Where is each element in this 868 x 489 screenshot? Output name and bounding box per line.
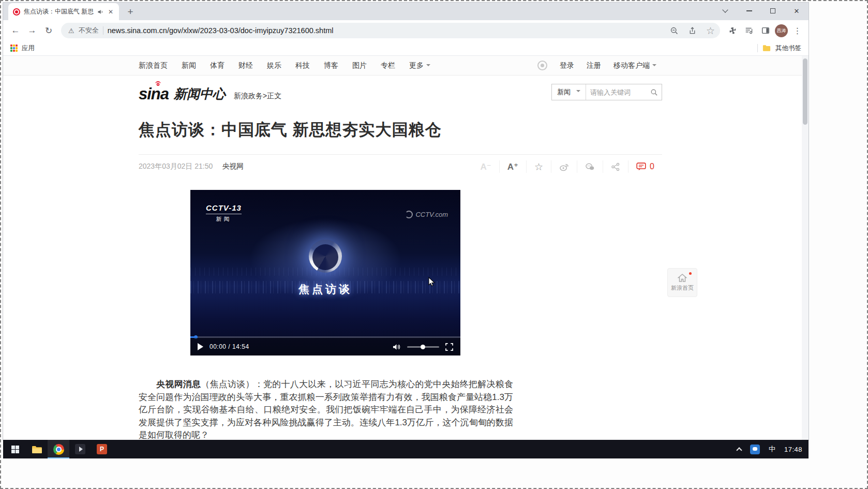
weibo-share-icon[interactable]: [551, 160, 577, 173]
toolbar-extensions-area: 昌涛 ⋮: [725, 24, 804, 38]
address-bar[interactable]: ⚠ 不安全 news.sina.com.cn/gov/xlxw/2023-03-…: [61, 23, 720, 38]
article-meta: 2023年03月02日 21:50 央视网 A⁻ A⁺ ☆: [139, 155, 662, 179]
volume-icon[interactable]: [392, 343, 401, 351]
chevron-down-icon: [426, 64, 430, 68]
menu-kebab-icon[interactable]: ⋮: [790, 24, 804, 38]
media-playlist-icon[interactable]: [742, 24, 756, 38]
comment-button[interactable]: 0: [628, 160, 662, 173]
cctv-watermark: CCTV.com: [405, 211, 448, 218]
other-bookmarks-label[interactable]: 其他书签: [775, 44, 801, 53]
apps-label[interactable]: 应用: [22, 44, 35, 53]
explorer-folder-icon: [32, 445, 42, 454]
window-controls: ✕: [713, 3, 809, 19]
cctv-orb-icon: [405, 211, 413, 218]
tab-search-chevron-icon[interactable]: [713, 3, 737, 19]
nav-item-column[interactable]: 专栏: [381, 61, 395, 70]
nav-item-finance[interactable]: 财经: [238, 61, 253, 70]
search-input[interactable]: [586, 88, 646, 96]
chevron-down-icon: [652, 64, 656, 68]
share-article-icon[interactable]: [603, 160, 628, 173]
sina-favicon-icon: [13, 8, 20, 16]
article-paragraph: 央视网消息（焦点访谈）：党的十八大以来，以习近平同志为核心的党中央始终把解决粮食…: [139, 378, 513, 440]
section-title[interactable]: 新闻中心: [174, 82, 226, 102]
source-link[interactable]: 央视网: [222, 162, 244, 171]
favorite-star-icon[interactable]: ☆: [527, 160, 551, 173]
breadcrumb[interactable]: 新浪政务>正文: [234, 83, 281, 101]
powerpoint-button[interactable]: P: [91, 440, 113, 458]
nav-item-home[interactable]: 新浪首页: [139, 61, 168, 70]
font-increase-button[interactable]: A⁺: [500, 160, 527, 173]
play-button[interactable]: [198, 343, 203, 350]
video-time: 00:00 / 14:54: [209, 343, 249, 350]
forward-icon[interactable]: →: [25, 23, 39, 38]
masthead: sina 新闻中心 新浪政务>正文 新闻: [139, 76, 662, 109]
nav-item-sports[interactable]: 体育: [210, 61, 225, 70]
video-controls: 00:00 / 14:54: [190, 338, 460, 355]
mobile-client-link[interactable]: 移动客户端: [613, 61, 656, 70]
scrollbar-thumb[interactable]: [803, 58, 807, 125]
bookmark-star-icon[interactable]: ☆: [704, 24, 717, 38]
font-decrease-button[interactable]: A⁻: [473, 160, 500, 173]
system-tray: 中 17:48: [737, 440, 802, 458]
video-player[interactable]: CCTV-13 新闻 CCTV.com 焦点访谈 00:00 / 14:54: [190, 190, 460, 355]
wechat-share-icon[interactable]: [577, 160, 603, 173]
chat-notification-icon[interactable]: [750, 444, 760, 454]
side-panel-icon[interactable]: [758, 24, 772, 38]
tab-close-icon[interactable]: ✕: [107, 8, 114, 16]
zoom-icon[interactable]: [667, 24, 681, 38]
nav-item-more[interactable]: 更多: [409, 61, 430, 70]
windows-logo-icon: [11, 446, 19, 453]
nav-item-ent[interactable]: 娱乐: [267, 61, 281, 70]
sina-eye-red-icon: [155, 81, 161, 86]
volume-handle[interactable]: [421, 345, 425, 349]
search-box: 新闻: [551, 84, 662, 100]
home-icon: [677, 273, 687, 283]
volume-slider[interactable]: [407, 346, 439, 348]
back-icon[interactable]: ←: [8, 23, 23, 38]
comment-bubble-icon: [636, 162, 646, 171]
cctv13-logo: CCTV-13 新闻: [206, 203, 242, 223]
browser-tab[interactable]: 焦点访谈：中国底气 新思想夯 ✕: [8, 3, 119, 20]
page-scrollbar[interactable]: [802, 56, 809, 440]
nav-item-tech[interactable]: 科技: [295, 61, 310, 70]
back-to-home-widget[interactable]: 新浪首页: [667, 268, 697, 297]
close-button[interactable]: ✕: [785, 3, 809, 19]
fullscreen-icon[interactable]: [445, 343, 453, 351]
register-link[interactable]: 注册: [587, 61, 601, 70]
warning-icon: ⚠: [68, 27, 74, 35]
article-title: 焦点访谈：中国底气 新思想夯实大国粮仓: [139, 119, 662, 141]
search-icon[interactable]: [646, 84, 662, 100]
media-app-button[interactable]: [69, 440, 91, 458]
browser-window: 焦点访谈：中国底气 新思想夯 ✕ + ✕ ← → ↻ ⚠ 不安全: [3, 3, 809, 440]
tab-strip: 焦点访谈：中国底气 新思想夯 ✕ + ✕: [3, 3, 809, 20]
powerpoint-icon: P: [97, 444, 107, 454]
bookmarks-bar: 应用 其他书签: [3, 41, 809, 56]
nav-item-blog[interactable]: 博客: [324, 61, 338, 70]
new-tab-button[interactable]: +: [124, 5, 137, 19]
reload-icon[interactable]: ↻: [41, 23, 56, 38]
profile-avatar[interactable]: 昌涛: [775, 24, 788, 37]
clock[interactable]: 17:48: [784, 446, 802, 453]
publish-date: 2023年03月02日 21:50: [139, 162, 213, 171]
nav-item-photo[interactable]: 图片: [352, 61, 367, 70]
ime-indicator[interactable]: 中: [769, 444, 775, 454]
start-button[interactable]: [4, 440, 26, 458]
tray-expand-icon[interactable]: [736, 447, 742, 453]
minimize-button[interactable]: [737, 3, 761, 19]
share-icon[interactable]: [685, 24, 699, 38]
apps-grid-icon[interactable]: [10, 45, 18, 52]
extensions-puzzle-icon[interactable]: [725, 24, 739, 38]
chrome-taskbar-button[interactable]: [48, 440, 69, 458]
search-category-dropdown[interactable]: 新闻: [552, 84, 586, 100]
jiaodian-fangtan-logo-icon: [309, 240, 342, 273]
chrome-icon: [53, 444, 64, 455]
comment-count: 0: [650, 162, 654, 171]
file-explorer-button[interactable]: [26, 440, 48, 458]
login-link[interactable]: 登录: [560, 61, 574, 70]
sina-eye-icon: [537, 61, 547, 70]
sina-logo[interactable]: sina: [139, 81, 169, 103]
screen: 焦点访谈：中国底气 新思想夯 ✕ + ✕ ← → ↻ ⚠ 不安全: [0, 0, 868, 489]
nav-item-news[interactable]: 新闻: [182, 61, 196, 70]
maximize-button[interactable]: [761, 3, 785, 19]
page-viewport: 新浪首页 新闻 体育 财经 娱乐 科技 博客 图片 专栏 更多 登录 注册 移动…: [3, 56, 809, 440]
